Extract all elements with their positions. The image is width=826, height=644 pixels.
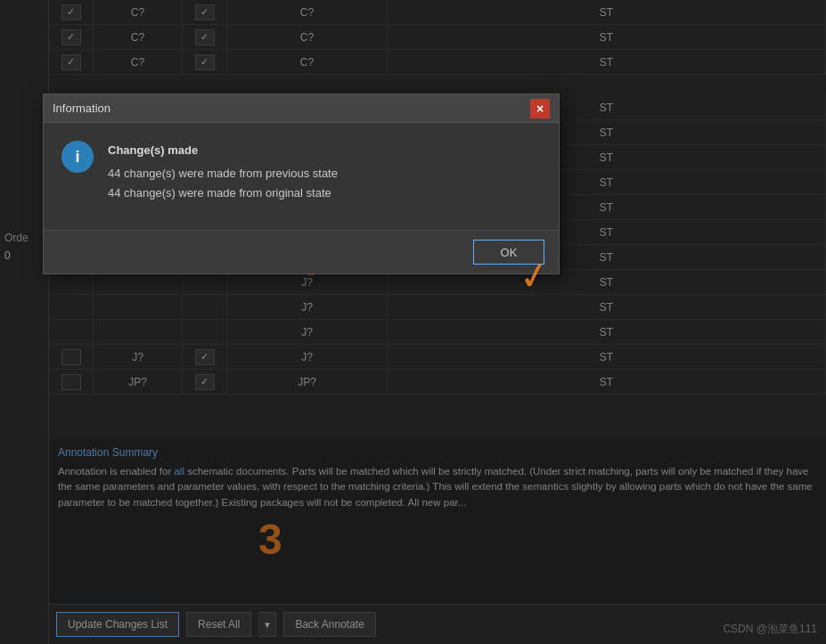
dialog-close-button[interactable]: × — [530, 99, 550, 118]
dialog-message-line1: 44 change(s) were made from previous sta… — [108, 167, 338, 180]
information-dialog: Information × i Change(s) made 44 change… — [43, 94, 560, 274]
dialog-footer: OK — [44, 230, 559, 273]
dialog-titlebar: Information × — [44, 94, 559, 123]
dialog-message: Change(s) made 44 change(s) were made fr… — [108, 141, 338, 203]
dialog-message-title: Change(s) made — [108, 141, 338, 160]
info-icon: i — [61, 141, 94, 173]
dialog-title: Information — [53, 102, 110, 115]
dialog-ok-button[interactable]: OK — [473, 240, 544, 265]
dialog-body: i Change(s) made 44 change(s) were made … — [44, 123, 559, 230]
dialog-message-line2: 44 change(s) were made from original sta… — [108, 186, 331, 200]
